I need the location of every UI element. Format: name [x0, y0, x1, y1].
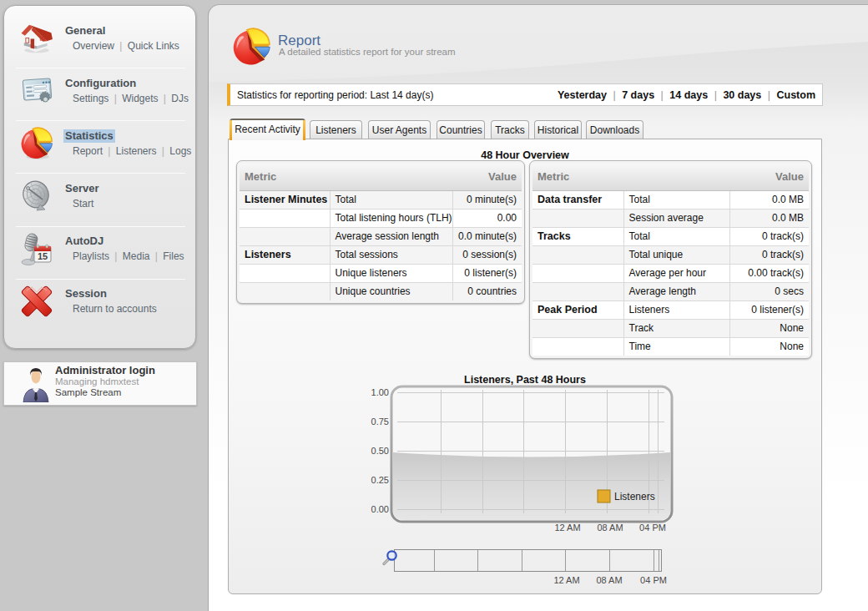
svg-text:0.75: 0.75 [371, 417, 389, 427]
svg-text:12 AM: 12 AM [554, 523, 580, 533]
svg-text:08 AM: 08 AM [597, 523, 623, 533]
svg-text:12 AM: 12 AM [553, 575, 579, 585]
svg-text:Listeners: Listeners [614, 491, 655, 502]
svg-text:0.00: 0.00 [371, 504, 389, 514]
svg-text:04 PM: 04 PM [639, 523, 666, 533]
svg-text:0.25: 0.25 [371, 475, 389, 485]
svg-text:1.00: 1.00 [371, 387, 389, 397]
svg-text:0.50: 0.50 [371, 446, 389, 456]
svg-text:04 PM: 04 PM [640, 575, 667, 585]
svg-text:08 AM: 08 AM [596, 575, 622, 585]
svg-text:15: 15 [38, 251, 48, 261]
